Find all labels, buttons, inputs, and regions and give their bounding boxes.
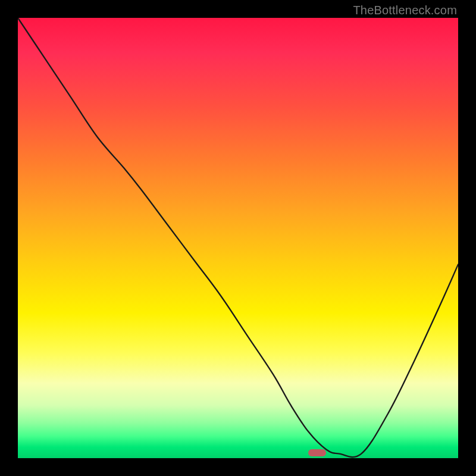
frame: TheBottleneck.com <box>0 0 476 476</box>
watermark-text: TheBottleneck.com <box>353 4 457 17</box>
plot-area <box>18 18 458 458</box>
gradient-background <box>18 18 458 458</box>
optimal-marker <box>308 449 326 456</box>
